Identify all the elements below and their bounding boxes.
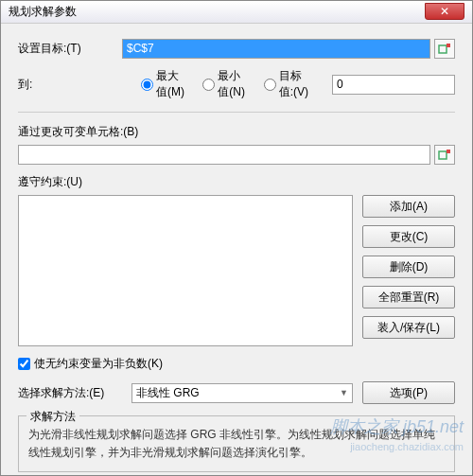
range-picker-icon (438, 43, 451, 56)
method-selected-value: 非线性 GRG (136, 385, 200, 401)
constraints-listbox[interactable] (18, 195, 353, 346)
dialog-title: 规划求解参数 (9, 4, 77, 20)
add-button[interactable]: 添加(A) (362, 195, 455, 218)
svg-rect-1 (447, 44, 450, 47)
change-button[interactable]: 更改(C) (362, 225, 455, 248)
chevron-down-icon: ▼ (340, 388, 348, 397)
select-method-label: 选择求解方法:(E) (18, 385, 122, 401)
svg-rect-2 (439, 151, 447, 159)
value-of-input[interactable] (332, 75, 455, 95)
method-fieldset-title: 求解方法 (26, 409, 79, 425)
changing-cells-input[interactable] (18, 145, 430, 165)
svg-rect-0 (439, 45, 447, 53)
to-radio-group: 最大值(M) 最小值(N) 目标值:(V) (141, 68, 313, 100)
separator (18, 112, 455, 113)
radio-max[interactable]: 最大值(M) (141, 68, 189, 100)
range-picker-button-2[interactable] (434, 145, 455, 165)
svg-rect-3 (447, 150, 450, 153)
titlebar: 规划求解参数 ✕ (1, 1, 472, 24)
radio-min[interactable]: 最小值(N) (202, 68, 250, 100)
objective-input[interactable]: $C$7 (122, 39, 430, 59)
nonneg-label: 使无约束变量为非负数(K) (34, 356, 163, 372)
watermark: 脚本之家 jb51.net (330, 415, 464, 438)
dialog-content: 设置目标:(T) $C$7 到: 最大值(M) 最小值(N) 目标值:(V) 通… (1, 24, 472, 476)
radio-valueof[interactable]: 目标值:(V) (264, 68, 313, 100)
options-button[interactable]: 选项(P) (362, 381, 455, 404)
close-button[interactable]: ✕ (425, 3, 464, 20)
nonneg-checkbox[interactable] (18, 358, 30, 370)
set-objective-label: 设置目标:(T) (18, 41, 122, 57)
constraints-buttons: 添加(A) 更改(C) 删除(D) 全部重置(R) 装入/保存(L) (362, 195, 455, 346)
watermark-sub: jiaocheng.chazidiax.com (350, 441, 464, 452)
range-picker-button[interactable] (434, 39, 455, 59)
by-changing-label: 通过更改可变单元格:(B) (18, 124, 455, 140)
load-save-button[interactable]: 装入/保存(L) (362, 316, 455, 339)
constraints-label: 遵守约束:(U) (18, 174, 455, 190)
delete-button[interactable]: 删除(D) (362, 256, 455, 278)
solver-dialog: 规划求解参数 ✕ 设置目标:(T) $C$7 到: 最大值(M) 最小值(N) … (0, 0, 473, 476)
method-select[interactable]: 非线性 GRG ▼ (131, 383, 353, 403)
to-label: 到: (18, 77, 122, 93)
reset-all-button[interactable]: 全部重置(R) (362, 286, 455, 309)
range-picker-icon (438, 149, 451, 162)
